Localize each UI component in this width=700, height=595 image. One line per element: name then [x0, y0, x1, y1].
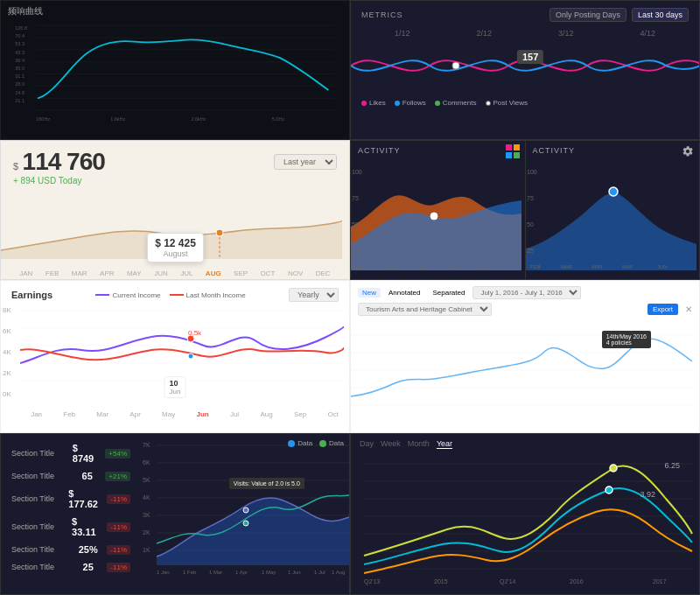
year-peak2-label: 3.92 [640, 490, 655, 499]
svg-point-79 [243, 508, 248, 513]
svg-text:2016: 2016 [570, 578, 584, 584]
30days-btn[interactable]: Last 30 days [632, 8, 689, 22]
svg-text:39.4: 39.4 [15, 58, 24, 63]
year-tabs: Day Week Month Year [351, 434, 699, 451]
svg-text:1 Jul: 1 Jul [314, 570, 326, 575]
legend-current: Current Income [95, 291, 160, 299]
legend-postviews: Post Views [486, 99, 528, 107]
posting-days-btn[interactable]: Only Posting Days [550, 8, 626, 22]
svg-text:2015: 2015 [434, 578, 448, 584]
stats-badge-3: -11% [107, 522, 130, 532]
month-apr: APR [100, 270, 114, 277]
tab-year[interactable]: Year [437, 439, 452, 449]
earnings-period-dropdown[interactable]: Yearly [289, 288, 339, 302]
gear-icon[interactable] [682, 145, 694, 158]
tab-day[interactable]: Day [360, 439, 374, 449]
svg-text:MAR: MAR [561, 264, 573, 270]
month-jan: JAN [19, 270, 32, 277]
earnings-yaxis: 8K 6K 4K 2K 0K [3, 306, 11, 398]
svg-text:1 Jun: 1 Jun [288, 570, 301, 575]
activity-left: ACTIVITY 100 75 50 25 FEB MAR APR MAY JU… [351, 141, 526, 279]
legend-follows: Follows [395, 99, 426, 107]
earnings-title: Earnings [11, 290, 52, 300]
svg-text:75: 75 [527, 195, 534, 201]
stats-tooltip: Visits: Value of 2.0 is 5.0 [229, 478, 304, 489]
svg-point-98 [606, 486, 612, 494]
earnings-panel: Earnings Current Income Last Month Incom… [0, 280, 350, 433]
metrics-title: METRICS [361, 10, 403, 19]
ts-tab-annotated[interactable]: Annotated [384, 288, 424, 298]
svg-text:160Hz: 160Hz [36, 116, 50, 122]
ts-close-btn[interactable]: ✕ [685, 304, 692, 314]
stats-label-1: Section Title [11, 472, 73, 480]
svg-text:53.3: 53.3 [15, 41, 24, 46]
svg-text:1 Aug: 1 Aug [332, 570, 345, 575]
stats-row-3: Section Title $ 33.11 -11% [11, 516, 130, 537]
stats-val-5: 25 [83, 562, 94, 572]
metrics-buttons: Only Posting Days Last 30 days [550, 8, 689, 22]
stats-badge-4: -11% [107, 545, 130, 555]
month-may: MAY [127, 270, 142, 277]
svg-text:2.6kHz: 2.6kHz [191, 116, 206, 122]
metrics-legend: Likes Follows Comments Post Views [351, 95, 699, 110]
svg-text:1 Mar: 1 Mar [209, 570, 222, 575]
month-nov: NOV [288, 270, 303, 277]
revenue-tooltip: $ 12 425 August [147, 233, 204, 262]
ts-export-btn[interactable]: Export [648, 304, 678, 315]
tab-week[interactable]: Week [381, 439, 401, 449]
ts-tab-separated[interactable]: Separated [429, 288, 470, 298]
svg-point-64 [319, 440, 326, 447]
stats-label-3: Section Title [11, 522, 72, 531]
stats-row-1: Section Title 65 +21% [11, 471, 130, 481]
month-jun: JUN [154, 270, 168, 277]
month-aug: AUG [206, 270, 221, 277]
revenue-subtext: + 894 USD Today [1, 176, 349, 186]
svg-text:126.8: 126.8 [15, 25, 27, 31]
legend-comments: Comments [435, 99, 477, 107]
svg-point-22 [452, 62, 459, 69]
ts-tooltip: 14th/May 2016 4 policies [602, 331, 651, 348]
ts-tab-new[interactable]: New [358, 288, 381, 298]
svg-text:35.0: 35.0 [15, 66, 24, 71]
month-jul: JUL [180, 270, 192, 277]
metrics-tooltip: 157 [517, 50, 543, 64]
svg-rect-89 [351, 451, 696, 586]
activity-right: ACTIVITY 100 75 50 25 FEB MAR APR MAY JU… [526, 141, 700, 279]
svg-text:100: 100 [352, 169, 362, 175]
svg-text:7K: 7K [143, 442, 150, 448]
stats-val-0: $ 8749 [73, 443, 102, 464]
stats-badge-1: +21% [105, 472, 130, 481]
year-chart-area: 6.25 3.92 Q2'13 2015 Q2'14 [351, 451, 699, 591]
svg-text:24.8: 24.8 [15, 90, 24, 95]
metrics-panel: METRICS Only Posting Days Last 30 days 1… [350, 0, 700, 140]
earnings-header: Earnings Current Income Last Month Incom… [1, 281, 349, 302]
svg-text:100: 100 [527, 169, 537, 175]
earnings-tooltip: 10 Jun [164, 376, 186, 398]
svg-text:28.0: 28.0 [15, 81, 24, 87]
revenue-amount: 114 760 [23, 148, 105, 175]
date-3: 3/12 [558, 29, 574, 38]
svg-text:2K: 2K [143, 529, 150, 536]
year-panel: Day Week Month Year 6.25 3.92 [350, 433, 700, 595]
date-1: 1/12 [395, 29, 410, 38]
revenue-period-dropdown[interactable]: Last year [274, 154, 337, 170]
stats-val-1: 65 [82, 471, 93, 481]
svg-text:31.1: 31.1 [15, 74, 24, 79]
tab-month[interactable]: Month [408, 439, 430, 449]
svg-point-97 [610, 465, 617, 472]
month-axis: JAN FEB MAR APR MAY JUN JUL AUG SEP OCT … [1, 268, 349, 277]
year-chart: Q2'13 2015 Q2'14 2016 2017 [351, 451, 696, 586]
activity-right-chart: 100 75 50 25 FEB MAR APR MAY JUN [526, 157, 696, 270]
earnings-legend: Current Income Last Month Income [95, 291, 245, 299]
tooltip-value: $ 12 425 [155, 237, 196, 249]
freq-title: 频响曲线 [1, 1, 349, 18]
month-oct: OCT [261, 270, 276, 277]
month-dec: DEC [316, 270, 331, 277]
svg-text:2017: 2017 [653, 578, 667, 584]
svg-text:1.6kHz: 1.6kHz [110, 116, 125, 122]
svg-text:21.1: 21.1 [15, 98, 24, 103]
svg-text:FEB: FEB [355, 264, 366, 270]
ts-category-dropdown[interactable]: Tourism Arts and Heritage Cabinet [358, 303, 492, 316]
ts-date-dropdown[interactable]: July 1, 2016 - July 1, 2016 [472, 286, 581, 299]
svg-text:1 Apr: 1 Apr [235, 570, 248, 575]
